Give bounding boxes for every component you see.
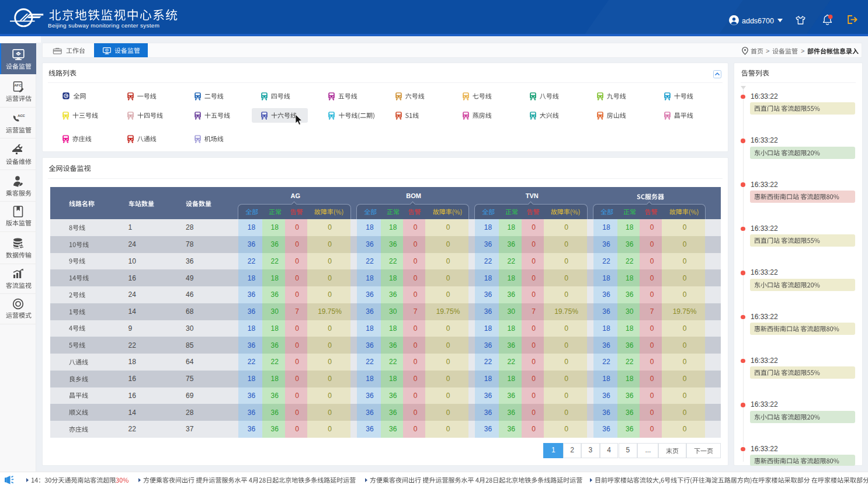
svg-text:AFC: AFC [14, 83, 22, 87]
svg-text:ACC: ACC [18, 114, 25, 117]
